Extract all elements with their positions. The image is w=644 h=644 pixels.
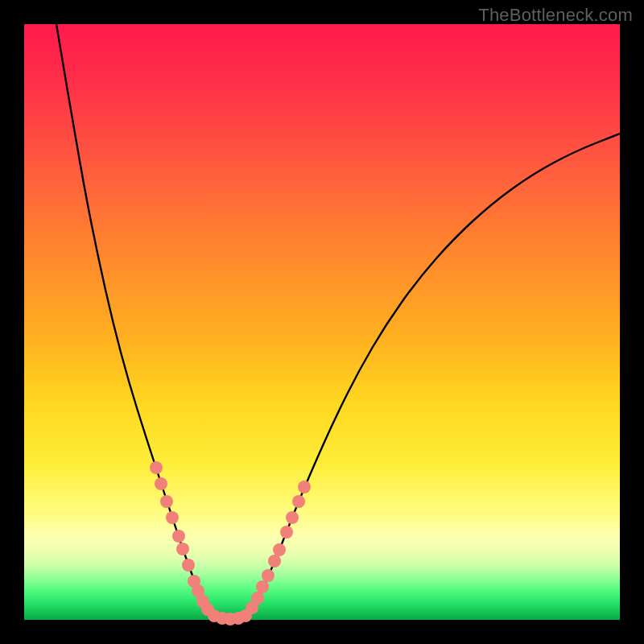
left-curve — [56, 24, 213, 616]
chart-frame: TheBottleneck.com — [0, 0, 644, 644]
highlight-dot — [182, 559, 195, 572]
highlight-dot — [286, 511, 299, 524]
highlight-dot — [166, 511, 179, 524]
curve-svg — [24, 24, 620, 620]
highlight-dot — [262, 569, 275, 582]
highlight-dot — [298, 481, 311, 493]
highlight-dot — [292, 495, 305, 508]
highlight-dot — [150, 461, 163, 474]
plot-area — [24, 24, 620, 620]
highlight-dot — [256, 580, 269, 593]
highlight-dot — [251, 592, 264, 605]
watermark-text: TheBottleneck.com — [478, 5, 633, 26]
highlight-dot — [176, 543, 189, 555]
highlight-dot — [155, 477, 167, 490]
highlight-dot — [273, 543, 286, 556]
highlight-dot — [160, 495, 173, 508]
highlight-dot — [268, 555, 281, 568]
highlight-dot — [172, 530, 185, 543]
highlight-dots — [150, 461, 311, 625]
highlight-dot — [280, 526, 293, 539]
right-curve — [246, 134, 620, 616]
